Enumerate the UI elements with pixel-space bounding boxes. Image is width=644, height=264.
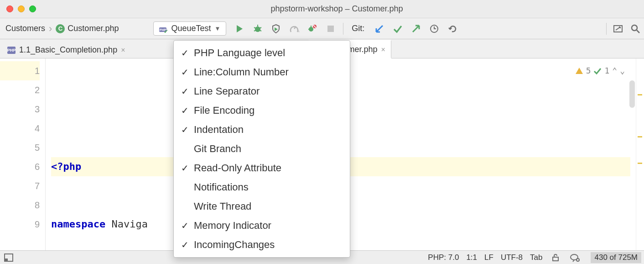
popup-item[interactable]: ✓IncomingChanges — [174, 235, 350, 254]
check-icon: ✓ — [181, 163, 194, 174]
vcs-commit-icon[interactable] — [392, 23, 404, 35]
php-file-icon: PHP — [7, 47, 16, 54]
run-actions: ▾ Git: — [234, 23, 458, 35]
line-number[interactable]: 5 — [0, 138, 40, 157]
tab-basic-completion[interactable]: PHP 1.1_Basic_Completion.php × — [2, 41, 130, 58]
tab-label: 1.1_Basic_Completion.php — [19, 45, 117, 55]
popup-item-label: Memory Indicator — [194, 220, 271, 232]
breadcrumb-label: Customers — [5, 24, 45, 33]
popup-item-label: PHP Language level — [194, 47, 285, 59]
profile-icon[interactable]: ▾ — [288, 23, 300, 35]
ok-count: 1 — [604, 61, 609, 80]
popup-item[interactable]: ✓Line:Column Number — [174, 63, 350, 82]
popup-item[interactable]: ✓File Encoding — [174, 101, 350, 120]
chevron-down-icon: ▼ — [214, 25, 220, 32]
popup-item[interactable]: ✓PHP Language level — [174, 43, 350, 63]
line-number[interactable]: 3 — [0, 100, 40, 119]
popup-item[interactable]: Write Thread — [174, 197, 350, 216]
gutter: 1 2 3 4 5 6 7 8 9 — [0, 58, 46, 250]
search-icon[interactable] — [629, 23, 641, 35]
scrollbar-thumb[interactable] — [629, 80, 635, 108]
window-title: phpstorm-workshop – Customer.php — [36, 4, 638, 14]
revert-icon[interactable] — [447, 23, 458, 35]
close-icon[interactable]: × — [381, 46, 385, 54]
warning-icon — [575, 67, 583, 75]
check-icon: ✓ — [181, 48, 194, 58]
svg-point-17 — [632, 25, 637, 31]
close-icon[interactable] — [6, 5, 13, 12]
php-test-icon: PHP — [159, 25, 167, 33]
line-number[interactable]: 4 — [0, 119, 40, 138]
history-icon[interactable] — [428, 23, 440, 35]
right-tools — [606, 23, 641, 35]
toolwindow-select-icon[interactable] — [612, 23, 624, 35]
line-number[interactable]: 9 — [0, 215, 40, 234]
git-label: Git: — [352, 24, 364, 33]
check-icon: ✓ — [181, 67, 194, 78]
maximize-icon[interactable] — [29, 5, 36, 12]
popup-item-label: Git Branch — [194, 143, 241, 155]
inspections-widget[interactable]: 5 1 ⌃ ⌄ — [575, 61, 625, 80]
vcs-push-icon[interactable] — [410, 23, 422, 35]
svg-rect-14 — [327, 26, 334, 32]
svg-text:▾: ▾ — [298, 29, 299, 34]
breadcrumb-item[interactable]: Customers — [3, 22, 48, 35]
line-number[interactable]: 2 — [0, 80, 40, 100]
run-config-selector[interactable]: PHP QueueTest ▼ — [153, 21, 226, 36]
popup-item-label: Indentation — [194, 124, 244, 136]
divider — [606, 23, 607, 35]
popup-item-label: Read-Only Attribute — [194, 162, 281, 174]
minimize-icon[interactable] — [18, 5, 25, 12]
popup-item[interactable]: ✓Memory Indicator — [174, 216, 350, 235]
run-config-label: QueueTest — [171, 24, 211, 33]
popup-item[interactable]: ✓Indentation — [174, 120, 350, 139]
svg-text:PHP: PHP — [160, 28, 166, 32]
class-icon: C — [56, 24, 65, 33]
popup-item[interactable]: ✓Line Separator — [174, 82, 350, 101]
check-icon: ✓ — [181, 124, 194, 135]
debug-icon[interactable] — [252, 23, 264, 35]
svg-line-18 — [637, 30, 639, 33]
warning-marker[interactable] — [638, 94, 642, 95]
popup-item-label: Line:Column Number — [194, 66, 289, 78]
popup-item-label: IncomingChanges — [194, 239, 275, 251]
stop-icon[interactable] — [325, 23, 337, 35]
check-icon: ✓ — [181, 239, 194, 250]
vcs-update-icon[interactable] — [374, 23, 385, 35]
marker-strip[interactable] — [636, 58, 644, 250]
popup-item[interactable]: Git Branch — [174, 139, 350, 158]
divider — [343, 23, 343, 35]
toolwindow-toggle-icon[interactable] — [3, 252, 15, 264]
line-number[interactable]: 1 — [0, 61, 40, 80]
chevron-right-icon: › — [49, 23, 52, 35]
breadcrumb-label: Customer.php — [68, 24, 119, 33]
popup-item[interactable]: Notifications — [174, 178, 350, 197]
run-icon[interactable] — [234, 23, 245, 35]
popup-item-label: Line Separator — [194, 85, 260, 97]
window-controls — [6, 5, 36, 12]
run-coverage-icon[interactable] — [270, 23, 282, 35]
titlebar: phpstorm-workshop – Customer.php — [0, 0, 644, 18]
line-number[interactable]: 7 — [0, 176, 40, 195]
line-number[interactable]: 8 — [0, 195, 40, 215]
popup-item-label: Notifications — [194, 181, 249, 193]
svg-point-2 — [255, 26, 260, 32]
svg-rect-20 — [5, 259, 8, 261]
check-icon: ✓ — [181, 105, 194, 116]
breadcrumb-item[interactable]: C Customer.php — [53, 22, 121, 35]
chevron-down-icon[interactable]: ⌄ — [620, 61, 625, 80]
popup-item-label: Write Thread — [194, 201, 251, 212]
warning-marker[interactable] — [638, 136, 642, 137]
check-icon: ✓ — [181, 220, 194, 231]
popup-item[interactable]: ✓Read-Only Attribute — [174, 158, 350, 178]
breadcrumb: Customers › C Customer.php — [3, 22, 121, 35]
warning-marker[interactable] — [638, 163, 642, 164]
popup-item-label: File Encoding — [194, 105, 254, 116]
line-number[interactable]: 6 — [0, 157, 40, 176]
close-icon[interactable]: × — [121, 46, 125, 54]
listen-debug-icon[interactable] — [306, 23, 318, 35]
chevron-up-icon[interactable]: ⌃ — [612, 61, 617, 80]
warning-count: 5 — [586, 61, 591, 80]
toolbar: Customers › C Customer.php PHP QueueTest… — [0, 18, 644, 39]
ok-icon — [593, 67, 602, 75]
